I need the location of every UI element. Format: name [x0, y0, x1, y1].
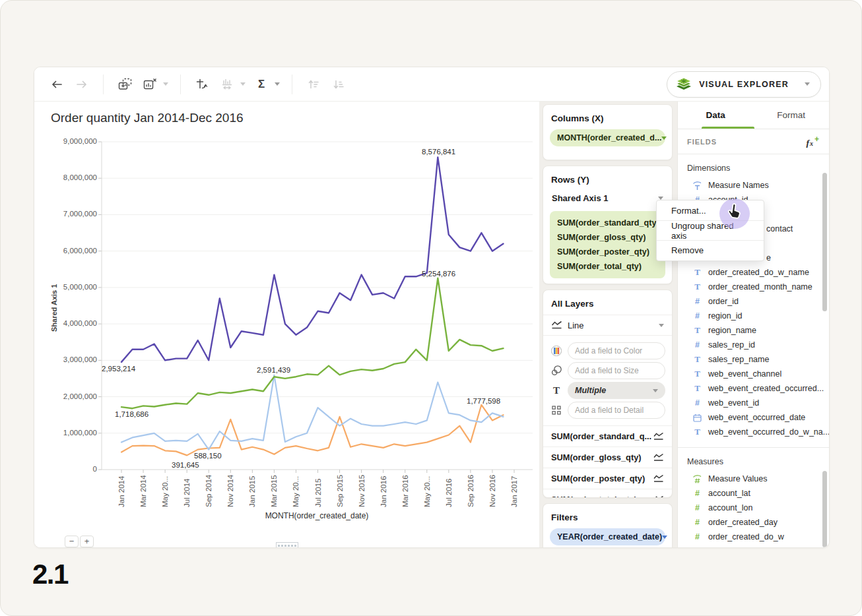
resize-handle[interactable]: [276, 542, 298, 548]
x-tick-label: Jan 2015: [248, 476, 256, 507]
columns-pill[interactable]: MONTH(order_created_d...: [550, 129, 665, 146]
chevron-down-icon[interactable]: [653, 389, 658, 392]
field-label: sales_rep_id: [708, 340, 755, 350]
size-field-input[interactable]: [568, 362, 665, 379]
number-type-icon: #: [692, 503, 702, 512]
y-tick-label: 2,000,000: [46, 392, 97, 400]
layer-measure-sum-order-standard-q[interactable]: SUM(order_standard_q...: [543, 425, 672, 447]
measure-row[interactable]: #: [678, 544, 829, 547]
dimensions-scrollbar[interactable]: [822, 173, 827, 311]
size-encoding-icon: [550, 365, 563, 377]
detail-field-input[interactable]: [568, 402, 665, 419]
mark-type-label: Line: [568, 321, 584, 330]
line-chart-icon: [653, 432, 664, 441]
x-tick-label: Sep 2015: [336, 475, 344, 507]
bar-size-icon[interactable]: [216, 74, 238, 95]
layer-measure-sum-order-poster-qty[interactable]: SUM(order_poster_qty): [543, 468, 672, 489]
dimension-order-created-do-w-name[interactable]: Torder_created_do_w_name: [678, 265, 829, 280]
dimension-sales-rep-id[interactable]: #sales_rep_id: [678, 338, 829, 352]
number-type-icon: #: [692, 340, 702, 350]
sigma-glyph: Σ: [258, 78, 265, 91]
text-encoding-icon: T: [550, 385, 563, 396]
y-tick-label: 8,000,000: [46, 173, 97, 181]
rows-pill-sum-order-total-qty[interactable]: SUM(order_total_qty): [557, 259, 658, 274]
measure-account-lat[interactable]: #account_lat: [678, 486, 829, 501]
filter-pill[interactable]: YEAR(order_created_date): [550, 528, 665, 545]
rows-pill-sum-order-gloss-qty[interactable]: SUM(order_gloss_qty): [557, 230, 658, 245]
chevron-down-icon[interactable]: [240, 82, 246, 86]
rows-pill-group[interactable]: SUM(order_standard_qty)SUM(order_gloss_q…: [550, 211, 665, 278]
measures-scrollbar[interactable]: [822, 471, 827, 547]
sort-descending-icon[interactable]: [328, 74, 349, 95]
toolbar-divider: [103, 75, 104, 94]
chevron-down-icon[interactable]: [659, 324, 664, 327]
chevron-down-icon[interactable]: [661, 137, 667, 140]
hand-cursor-icon: [723, 200, 746, 226]
dimension-sales-rep-name[interactable]: Tsales_rep_name: [678, 352, 829, 367]
zoom-in-button[interactable]: +: [80, 536, 94, 547]
measure-values-icon: [692, 474, 702, 484]
dimension-web-event-occurred-date[interactable]: web_event_occurred_date: [678, 410, 829, 425]
field-label: web_event_occurred_date: [708, 413, 805, 422]
menu-item-ungroup-shared-axis[interactable]: Ungroup shared axis: [657, 221, 764, 240]
mark-type-dropdown[interactable]: Line: [543, 315, 672, 335]
swap-axes-icon[interactable]: [191, 74, 213, 95]
rows-shelf: Rows (Y) Shared Axis 1 SUM(order_standar…: [543, 166, 673, 284]
dimensions-section-label: Dimensions: [687, 164, 829, 173]
x-tick-label: Nov 2016: [488, 475, 496, 507]
duplicate-chart-icon[interactable]: [114, 74, 135, 95]
color-encoding-icon: [550, 345, 563, 357]
filter-pill-label: YEAR(order_created_date): [557, 532, 662, 541]
plot-area[interactable]: 2,953,2141,718,6862,591,439391,645588,15…: [102, 142, 533, 470]
dimension-web-event-created-occurred[interactable]: Tweb_event_created_occurred...: [678, 381, 829, 396]
dimension-web-event-channel[interactable]: Tweb_event_channel: [678, 367, 829, 381]
all-layers-title: All Layers: [551, 299, 664, 309]
layer-measure-sum-order-gloss-qty[interactable]: SUM(order_gloss_qty): [543, 447, 672, 468]
text-field-dropdown[interactable]: Multiple: [568, 382, 665, 399]
field-label: order_created_month_name: [708, 282, 812, 292]
measure-order-created-do-w[interactable]: #order_created_do_w: [678, 530, 829, 544]
zoom-out-button[interactable]: −: [65, 536, 79, 547]
dimension-region-id[interactable]: #region_id: [678, 309, 829, 323]
chevron-down-icon[interactable]: [662, 536, 667, 539]
chevron-down-icon[interactable]: [275, 82, 280, 86]
cursor-highlight: [719, 199, 750, 229]
rows-pill-sum-order-standard-qty[interactable]: SUM(order_standard_qty): [557, 216, 658, 230]
forward-icon[interactable]: [71, 74, 92, 95]
measure-measure-values[interactable]: Measure Values: [678, 472, 829, 486]
color-field-input[interactable]: [568, 342, 665, 359]
aggregate-sigma-icon[interactable]: Σ: [251, 74, 272, 95]
sort-ascending-icon[interactable]: [303, 74, 324, 95]
panel-tabs: Data Format: [678, 102, 829, 129]
chevron-down-icon[interactable]: [163, 82, 168, 86]
detail-encoding-icon: [550, 406, 563, 415]
dimension-web-event-id[interactable]: #web_event_id: [678, 396, 829, 410]
visual-explorer-button[interactable]: VISUAL EXPLORER: [667, 71, 821, 98]
measure-account-lon[interactable]: #account_lon: [678, 501, 829, 515]
rows-shelf-title: Rows (Y): [551, 175, 664, 185]
shared-axis-dropdown[interactable]: Shared Axis 1: [552, 191, 663, 205]
dimension-web-event-occurred-do-w-na[interactable]: Tweb_event_occurred_do_w_na...: [678, 425, 829, 439]
remove-chart-icon[interactable]: [139, 74, 160, 95]
y-tick-label: 1,000,000: [46, 429, 97, 437]
back-icon[interactable]: [46, 74, 67, 95]
measure-order-created-day[interactable]: #order_created_day: [678, 515, 829, 530]
dimension-order-created-month-name[interactable]: Torder_created_month_name: [678, 280, 829, 294]
layer-measure-label: SUM(order_gloss_qty): [551, 452, 642, 462]
tab-data[interactable]: Data: [678, 102, 754, 129]
add-calculated-field-icon[interactable]: fx+: [806, 135, 820, 148]
dimension-order-id[interactable]: #order_id: [678, 294, 829, 309]
rows-pill-sum-order-poster-qty[interactable]: SUM(order_poster_qty): [557, 245, 658, 259]
dimension-measure-names[interactable]: Measure Names: [678, 178, 829, 193]
menu-item-remove[interactable]: Remove: [657, 241, 764, 260]
dimension-region-name[interactable]: Tregion_name: [678, 323, 829, 338]
y-tick-label: 3,000,000: [46, 355, 97, 363]
chevron-down-icon[interactable]: [658, 197, 663, 200]
x-tick-label: Mar 2016: [401, 475, 409, 507]
text-type-icon: T: [692, 325, 702, 336]
layer-measure-sum-order-total-qty[interactable]: SUM(order_total_qty): [543, 489, 672, 498]
number-type-icon: #: [692, 518, 702, 527]
toolbar: Σ: [34, 67, 829, 102]
tab-format[interactable]: Format: [754, 102, 830, 129]
columns-shelf: Columns (X) MONTH(order_created_d...: [543, 104, 673, 160]
